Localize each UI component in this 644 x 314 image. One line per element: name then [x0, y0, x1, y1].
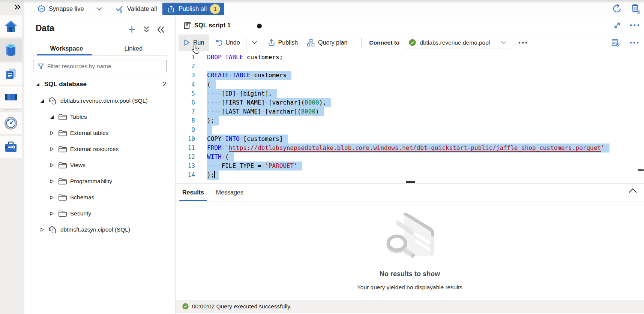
line-number: 5 — [176, 89, 195, 98]
code-line-6[interactable]: 6····[FIRST_NAME]·[varchar](8000), — [176, 98, 637, 107]
collapsed-expander-icon[interactable] — [49, 146, 55, 152]
undo-label: Undo — [225, 39, 240, 46]
collapsed-expander-icon[interactable] — [49, 194, 55, 200]
code-line-14[interactable]: 14); — [176, 170, 637, 179]
tree-item-dbtlabs-revenue-demo-pool-sql[interactable]: dbtlabs.revenue.demo.pool (SQL) — [24, 93, 176, 109]
collapse-panel-icon[interactable] — [157, 26, 165, 33]
code-line-1[interactable]: 1DROP TABLE customers; — [176, 53, 637, 62]
code-line-7[interactable]: 7····[LAST_NAME]·[varchar](8000) — [176, 107, 637, 116]
collapsed-expander-icon[interactable] — [49, 162, 55, 168]
editor-scrollbar[interactable] — [637, 52, 644, 184]
tab-workspace[interactable]: Workspace — [33, 42, 100, 55]
tree-item-security[interactable]: Security — [24, 205, 176, 221]
code-line-8[interactable]: 8); — [176, 116, 637, 125]
tree-item-views[interactable]: Views — [24, 157, 176, 173]
tree-item-label: Tables — [70, 114, 87, 120]
code-line-11[interactable]: 11FROM·'https://dbtlabsynapsedatalake.bl… — [176, 144, 637, 153]
tree-item-external-resources[interactable]: External resources — [24, 141, 176, 157]
code-line-4[interactable]: 4( — [176, 80, 637, 89]
line-number: 8 — [176, 116, 195, 125]
collapse-all-icon[interactable] — [143, 26, 150, 33]
view-settings-icon[interactable] — [611, 38, 620, 47]
editor-more-actions-icon[interactable] — [630, 42, 639, 44]
sql-pool-icon — [48, 225, 57, 234]
section-expander-icon[interactable] — [35, 81, 41, 87]
validate-all-label: Validate all — [127, 5, 157, 12]
validate-all-icon — [115, 4, 124, 13]
connect-to-label: Connect to — [369, 39, 399, 46]
section-count: 2 — [163, 81, 166, 88]
tree-item-label: External resources — [70, 146, 119, 153]
expanded-expander-icon[interactable] — [49, 114, 55, 120]
line-number: 6 — [176, 98, 195, 107]
query-plan-button[interactable]: Query plan — [302, 34, 352, 51]
tab-sql-script-1[interactable]: SQL script 1 — [176, 17, 267, 33]
undo-button[interactable]: Undo — [210, 34, 244, 51]
tree-item-programmability[interactable]: Programmability — [24, 173, 176, 189]
publish-button[interactable]: Publish — [263, 34, 302, 51]
rail-item-manage[interactable] — [0, 136, 22, 158]
query-statusbar: 00:00:02 Query executed successfully. — [176, 300, 644, 313]
rail-item-home[interactable] — [0, 15, 22, 37]
synapse-live-icon — [38, 5, 45, 13]
line-number: 9 — [176, 126, 195, 135]
mode-chevron-down-icon — [97, 7, 102, 10]
line-number: 11 — [176, 144, 195, 153]
filter-resources-input[interactable] — [47, 63, 167, 70]
expand-rail-icon[interactable] — [14, 3, 22, 11]
code-line-12[interactable]: 12WITH·( — [176, 153, 637, 161]
code-line-9[interactable]: 9 — [176, 126, 637, 135]
tab-messages[interactable]: Messages — [212, 185, 247, 202]
collapsed-expander-icon[interactable] — [49, 178, 55, 184]
status-text: 00:00:02 Query executed successfully. — [192, 303, 291, 310]
sql-code-editor[interactable]: 1DROP TABLE customers;23CREATE·TABLE·cus… — [176, 52, 644, 184]
expanded-expander-icon[interactable] — [39, 98, 45, 104]
tab-linked[interactable]: Linked — [100, 42, 167, 55]
refresh-button[interactable] — [612, 0, 622, 17]
data-explorer-panel: Data Workspace Linked SQL dat — [24, 17, 176, 314]
publish-all-button[interactable]: Publish all 1 — [162, 3, 224, 15]
pool-select-chevron-icon — [501, 41, 507, 45]
line-number: 7 — [176, 107, 195, 116]
expand-editor-icon[interactable] — [614, 22, 621, 29]
tab-more-actions-icon[interactable] — [630, 24, 639, 27]
collapsed-expander-icon[interactable] — [49, 211, 55, 217]
sql-pool-icon — [48, 96, 57, 105]
rail-item-develop[interactable] — [0, 63, 22, 85]
validate-all-button[interactable]: Validate all — [115, 0, 157, 17]
collapsed-expander-icon[interactable] — [49, 130, 55, 136]
tree-item-external-tables[interactable]: External tables — [24, 125, 176, 141]
code-line-10[interactable]: 10COPY·INTO·[customers] — [176, 135, 637, 144]
code-line-13[interactable]: 13····FILE_TYPE·=·'PARQUET' — [176, 161, 637, 170]
tree-item-tables[interactable]: Tables — [24, 109, 176, 125]
tab-results[interactable]: Results — [179, 185, 208, 202]
folder-icon — [58, 193, 67, 202]
rail-item-monitor[interactable] — [0, 112, 22, 134]
query-plan-label: Query plan — [318, 39, 347, 46]
rail-item-integrate[interactable] — [0, 86, 22, 108]
discard-changes-button[interactable] — [630, 0, 641, 17]
tree-item-schemas[interactable]: Schemas — [24, 189, 176, 205]
rail-item-data[interactable] — [0, 39, 22, 61]
toolbar-separator — [246, 38, 246, 48]
collapsed-expander-icon[interactable] — [39, 227, 45, 233]
collapse-results-chevron-icon[interactable] — [628, 188, 637, 193]
mouse-cursor-pointer — [192, 44, 199, 54]
results-panel: Results Messages — [176, 183, 644, 301]
empty-results-title: No results to show — [176, 270, 644, 278]
code-line-3[interactable]: 3CREATE·TABLE·customers — [176, 71, 637, 80]
sql-database-section-header[interactable]: SQL database 2 — [33, 76, 167, 92]
mode-switcher[interactable]: Synapse live — [38, 0, 102, 17]
splitter-handle[interactable] — [406, 181, 415, 183]
tree-item-dbtmsft-azsyn-cipool-sql[interactable]: dbtmsft.azsyn.cipool (SQL) — [24, 221, 176, 238]
left-nav-rail — [0, 0, 24, 314]
code-line-5[interactable]: 5····[ID]·[bigint], — [176, 89, 637, 98]
add-resource-button[interactable] — [128, 25, 136, 33]
folder-icon — [58, 145, 67, 154]
line-number: 10 — [176, 135, 195, 144]
code-line-2[interactable]: 2 — [176, 62, 637, 71]
folder-icon — [58, 209, 67, 218]
connect-to-pool-select[interactable]: dbtlabs.revenue.demo.pool — [405, 37, 510, 48]
run-options-chevron[interactable] — [248, 34, 261, 51]
script-more-actions-icon[interactable] — [514, 34, 532, 51]
